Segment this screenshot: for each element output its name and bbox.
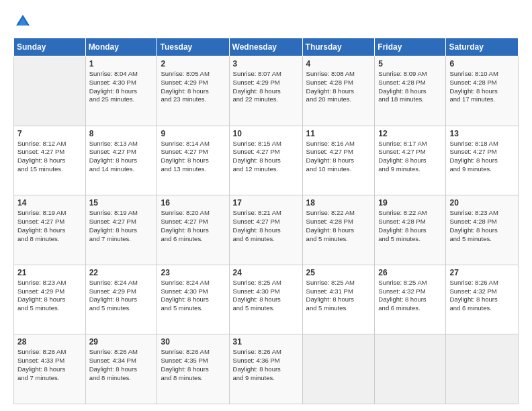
calendar-day-cell: 22Sunrise: 8:24 AM Sunset: 4:29 PM Dayli… — [85, 265, 157, 334]
day-number: 23 — [161, 268, 225, 277]
calendar-day-cell: 21Sunrise: 8:23 AM Sunset: 4:29 PM Dayli… — [14, 265, 86, 334]
day-number: 24 — [233, 268, 299, 277]
calendar-day-cell: 6Sunrise: 8:10 AM Sunset: 4:28 PM Daylig… — [446, 56, 519, 126]
day-info: Sunrise: 8:25 AM Sunset: 4:32 PM Dayligh… — [378, 279, 442, 313]
day-info: Sunrise: 8:07 AM Sunset: 4:29 PM Dayligh… — [233, 70, 299, 104]
day-number: 7 — [17, 129, 82, 138]
day-info: Sunrise: 8:09 AM Sunset: 4:28 PM Dayligh… — [378, 70, 442, 104]
calendar-day-cell — [446, 334, 519, 404]
calendar-table: SundayMondayTuesdayWednesdayThursdayFrid… — [13, 38, 519, 404]
calendar-day-cell: 11Sunrise: 8:16 AM Sunset: 4:27 PM Dayli… — [302, 126, 375, 195]
day-number: 27 — [449, 268, 515, 277]
day-info: Sunrise: 8:26 AM Sunset: 4:34 PM Dayligh… — [89, 348, 154, 382]
day-number: 2 — [161, 59, 225, 68]
day-number: 10 — [233, 129, 299, 138]
day-of-week-header: Wednesday — [229, 38, 302, 56]
day-of-week-header: Sunday — [14, 38, 86, 56]
day-number: 11 — [306, 129, 371, 138]
day-info: Sunrise: 8:19 AM Sunset: 4:27 PM Dayligh… — [17, 209, 82, 243]
day-info: Sunrise: 8:12 AM Sunset: 4:27 PM Dayligh… — [17, 140, 82, 174]
day-info: Sunrise: 8:26 AM Sunset: 4:36 PM Dayligh… — [233, 348, 299, 382]
day-number: 22 — [89, 268, 154, 277]
day-info: Sunrise: 8:08 AM Sunset: 4:28 PM Dayligh… — [306, 70, 371, 104]
calendar-week-row: 21Sunrise: 8:23 AM Sunset: 4:29 PM Dayli… — [14, 265, 519, 334]
calendar-day-cell: 19Sunrise: 8:22 AM Sunset: 4:28 PM Dayli… — [375, 195, 446, 265]
day-of-week-header: Tuesday — [157, 38, 229, 56]
calendar-day-cell: 16Sunrise: 8:20 AM Sunset: 4:27 PM Dayli… — [157, 195, 229, 265]
day-number: 26 — [378, 268, 442, 277]
day-of-week-header: Saturday — [446, 38, 519, 56]
calendar-day-cell: 23Sunrise: 8:24 AM Sunset: 4:30 PM Dayli… — [157, 265, 229, 334]
day-info: Sunrise: 8:14 AM Sunset: 4:27 PM Dayligh… — [161, 140, 225, 174]
day-number: 5 — [378, 59, 442, 68]
day-info: Sunrise: 8:23 AM Sunset: 4:29 PM Dayligh… — [17, 279, 82, 313]
calendar-day-cell: 28Sunrise: 8:26 AM Sunset: 4:33 PM Dayli… — [14, 334, 86, 404]
calendar-week-row: 7Sunrise: 8:12 AM Sunset: 4:27 PM Daylig… — [14, 126, 519, 195]
day-info: Sunrise: 8:22 AM Sunset: 4:28 PM Dayligh… — [378, 209, 442, 243]
calendar-day-cell: 4Sunrise: 8:08 AM Sunset: 4:28 PM Daylig… — [302, 56, 375, 126]
calendar-week-row: 14Sunrise: 8:19 AM Sunset: 4:27 PM Dayli… — [14, 195, 519, 265]
day-info: Sunrise: 8:16 AM Sunset: 4:27 PM Dayligh… — [306, 140, 371, 174]
day-number: 20 — [449, 198, 515, 208]
calendar-day-cell: 27Sunrise: 8:26 AM Sunset: 4:32 PM Dayli… — [446, 265, 519, 334]
day-number: 12 — [378, 129, 442, 138]
day-info: Sunrise: 8:25 AM Sunset: 4:31 PM Dayligh… — [306, 279, 371, 313]
day-number: 29 — [89, 337, 154, 347]
header — [13, 12, 519, 31]
day-info: Sunrise: 8:18 AM Sunset: 4:27 PM Dayligh… — [449, 140, 515, 174]
day-info: Sunrise: 8:23 AM Sunset: 4:28 PM Dayligh… — [449, 209, 515, 243]
calendar-day-cell: 17Sunrise: 8:21 AM Sunset: 4:27 PM Dayli… — [229, 195, 302, 265]
calendar-day-cell: 1Sunrise: 8:04 AM Sunset: 4:30 PM Daylig… — [85, 56, 157, 126]
day-number: 15 — [89, 198, 154, 208]
day-number: 17 — [233, 198, 299, 208]
day-number: 13 — [449, 129, 515, 138]
calendar-day-cell: 5Sunrise: 8:09 AM Sunset: 4:28 PM Daylig… — [375, 56, 446, 126]
calendar-day-cell: 9Sunrise: 8:14 AM Sunset: 4:27 PM Daylig… — [157, 126, 229, 195]
day-number: 25 — [306, 268, 371, 277]
day-number: 14 — [17, 198, 82, 208]
logo-icon — [13, 12, 32, 31]
calendar-day-cell — [14, 56, 86, 126]
day-number: 8 — [89, 129, 154, 138]
calendar-header-row: SundayMondayTuesdayWednesdayThursdayFrid… — [14, 38, 519, 56]
day-info: Sunrise: 8:04 AM Sunset: 4:30 PM Dayligh… — [89, 70, 154, 104]
day-info: Sunrise: 8:26 AM Sunset: 4:32 PM Dayligh… — [449, 279, 515, 313]
day-info: Sunrise: 8:25 AM Sunset: 4:30 PM Dayligh… — [233, 279, 299, 313]
calendar-week-row: 28Sunrise: 8:26 AM Sunset: 4:33 PM Dayli… — [14, 334, 519, 404]
day-info: Sunrise: 8:24 AM Sunset: 4:29 PM Dayligh… — [89, 279, 154, 313]
day-info: Sunrise: 8:15 AM Sunset: 4:27 PM Dayligh… — [233, 140, 299, 174]
day-info: Sunrise: 8:10 AM Sunset: 4:28 PM Dayligh… — [449, 70, 515, 104]
calendar-day-cell: 25Sunrise: 8:25 AM Sunset: 4:31 PM Dayli… — [302, 265, 375, 334]
day-info: Sunrise: 8:24 AM Sunset: 4:30 PM Dayligh… — [161, 279, 225, 313]
calendar-day-cell: 29Sunrise: 8:26 AM Sunset: 4:34 PM Dayli… — [85, 334, 157, 404]
day-of-week-header: Friday — [375, 38, 446, 56]
day-number: 9 — [161, 129, 225, 138]
calendar-day-cell — [375, 334, 446, 404]
day-number: 31 — [233, 337, 299, 347]
calendar-day-cell: 2Sunrise: 8:05 AM Sunset: 4:29 PM Daylig… — [157, 56, 229, 126]
calendar-day-cell: 30Sunrise: 8:26 AM Sunset: 4:35 PM Dayli… — [157, 334, 229, 404]
day-info: Sunrise: 8:22 AM Sunset: 4:28 PM Dayligh… — [306, 209, 371, 243]
calendar-day-cell: 7Sunrise: 8:12 AM Sunset: 4:27 PM Daylig… — [14, 126, 86, 195]
day-number: 18 — [306, 198, 371, 208]
day-info: Sunrise: 8:21 AM Sunset: 4:27 PM Dayligh… — [233, 209, 299, 243]
day-number: 30 — [161, 337, 225, 347]
day-info: Sunrise: 8:13 AM Sunset: 4:27 PM Dayligh… — [89, 140, 154, 174]
calendar-day-cell: 20Sunrise: 8:23 AM Sunset: 4:28 PM Dayli… — [446, 195, 519, 265]
calendar-day-cell: 24Sunrise: 8:25 AM Sunset: 4:30 PM Dayli… — [229, 265, 302, 334]
day-info: Sunrise: 8:17 AM Sunset: 4:27 PM Dayligh… — [378, 140, 442, 174]
calendar-day-cell: 26Sunrise: 8:25 AM Sunset: 4:32 PM Dayli… — [375, 265, 446, 334]
day-info: Sunrise: 8:20 AM Sunset: 4:27 PM Dayligh… — [161, 209, 225, 243]
day-number: 28 — [17, 337, 82, 347]
day-number: 1 — [89, 59, 154, 68]
day-of-week-header: Thursday — [302, 38, 375, 56]
calendar-day-cell: 10Sunrise: 8:15 AM Sunset: 4:27 PM Dayli… — [229, 126, 302, 195]
day-of-week-header: Monday — [85, 38, 157, 56]
calendar-day-cell: 12Sunrise: 8:17 AM Sunset: 4:27 PM Dayli… — [375, 126, 446, 195]
calendar-day-cell: 3Sunrise: 8:07 AM Sunset: 4:29 PM Daylig… — [229, 56, 302, 126]
day-number: 19 — [378, 198, 442, 208]
calendar-day-cell: 18Sunrise: 8:22 AM Sunset: 4:28 PM Dayli… — [302, 195, 375, 265]
day-number: 4 — [306, 59, 371, 68]
day-number: 3 — [233, 59, 299, 68]
calendar-week-row: 1Sunrise: 8:04 AM Sunset: 4:30 PM Daylig… — [14, 56, 519, 126]
